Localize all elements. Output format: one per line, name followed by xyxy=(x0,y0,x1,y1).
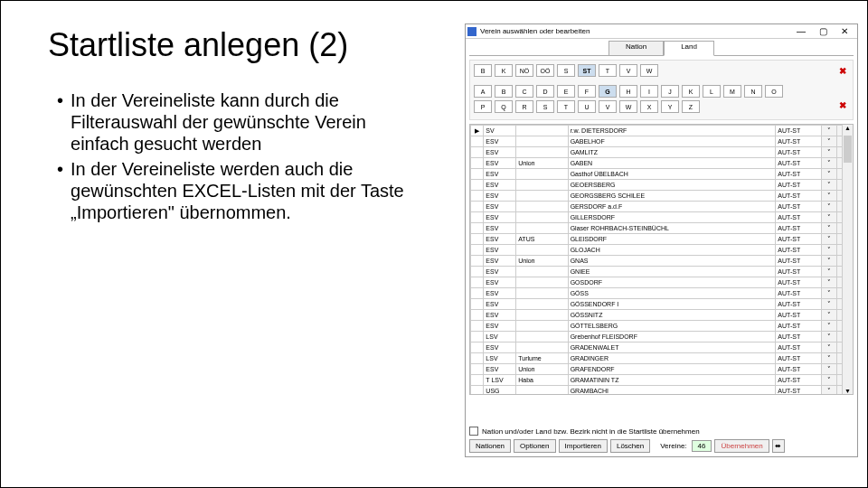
dropdown-cell-icon[interactable]: ˅ xyxy=(821,288,836,299)
scroll-up-icon[interactable]: ▲ xyxy=(843,125,853,131)
dropdown-cell-icon[interactable]: ˅ xyxy=(821,158,836,169)
land-filter-W[interactable]: W xyxy=(640,64,658,77)
delete-button[interactable]: Löschen xyxy=(610,439,650,453)
alpha-filter-Z[interactable]: Z xyxy=(682,100,700,113)
dropdown-cell-icon[interactable]: ˅ xyxy=(821,299,836,310)
alpha-filter-K[interactable]: K xyxy=(682,85,700,98)
dropdown-cell-icon[interactable]: ˅ xyxy=(821,136,836,147)
alpha-filter-I[interactable]: I xyxy=(640,85,658,98)
alpha-filter-W[interactable]: W xyxy=(619,100,637,113)
alpha-filter-B[interactable]: B xyxy=(495,85,513,98)
land-filter-V[interactable]: V xyxy=(619,64,637,77)
dropdown-cell-icon[interactable]: ˅ xyxy=(821,191,836,202)
scroll-down-icon[interactable]: ▼ xyxy=(843,388,853,394)
dropdown-cell-icon[interactable]: ˅ xyxy=(821,202,836,212)
club-row[interactable]: ESVGÖSSENDORF IAUT-ST˅▼ xyxy=(471,299,853,310)
dropdown-cell-icon[interactable]: ˅ xyxy=(821,332,836,343)
club-row[interactable]: ESVGILLERSDORFAUT-ST˅▲ xyxy=(471,212,853,223)
club-row[interactable]: LSVGrebenhof FLEISDORFAUT-ST˅■ xyxy=(471,332,853,343)
dropdown-cell-icon[interactable]: ˅ xyxy=(821,375,836,386)
dropdown-cell-icon[interactable]: ˅ xyxy=(821,180,836,191)
minimize-button[interactable]: — xyxy=(790,26,812,36)
club-row[interactable]: ESVATUSGLEISDORFAUT-ST˅▲ xyxy=(471,234,853,245)
alpha-filter-L[interactable]: L xyxy=(703,85,721,98)
tab-land[interactable]: Land xyxy=(664,41,714,56)
dropdown-cell-icon[interactable]: ˅ xyxy=(821,353,836,364)
club-row[interactable]: USGGRAMBACHIAUT-ST˅▼ xyxy=(471,386,853,396)
dropdown-cell-icon[interactable]: ˅ xyxy=(821,364,836,375)
maximize-button[interactable]: ▢ xyxy=(812,26,834,36)
alpha-filter-G[interactable]: G xyxy=(599,85,617,98)
club-row[interactable]: ESVGABELHOFAUT-ST˅▲ xyxy=(471,136,853,147)
land-filter-OÖ[interactable]: OÖ xyxy=(536,64,554,77)
land-filter-ST[interactable]: ST xyxy=(578,64,596,77)
alpha-filter-Q[interactable]: Q xyxy=(495,100,513,113)
exclude-checkbox[interactable] xyxy=(469,427,478,436)
club-row[interactable]: ESVUnionGABENAUT-ST˅▼ xyxy=(471,158,853,169)
alpha-filter-X[interactable]: X xyxy=(640,100,658,113)
dropdown-cell-icon[interactable]: ˅ xyxy=(821,267,836,277)
dropdown-cell-icon[interactable]: ˅ xyxy=(821,147,836,158)
club-grid[interactable]: ▶SVr.w. DIETERSDORFAUT-ST˅▲ESVGABELHOFAU… xyxy=(469,124,854,395)
alpha-filter-H[interactable]: H xyxy=(619,85,637,98)
nations-button[interactable]: Nationen xyxy=(469,439,511,453)
alpha-filter-N[interactable]: N xyxy=(744,85,762,98)
alpha-filter-O[interactable]: O xyxy=(765,85,783,98)
dropdown-cell-icon[interactable]: ˅ xyxy=(821,234,836,245)
scrollbar[interactable]: ▲ ▼ xyxy=(842,125,853,394)
land-filter-B[interactable]: B xyxy=(474,64,492,77)
clear-land-filter-icon[interactable]: ✖ xyxy=(836,64,849,77)
club-row[interactable]: LSVTurlumeGRADINGERAUT-ST˅■ xyxy=(471,353,853,364)
dropdown-cell-icon[interactable]: ˅ xyxy=(821,321,836,332)
close-window-button[interactable]: ✕ xyxy=(834,26,855,36)
alpha-filter-A[interactable]: A xyxy=(474,85,492,98)
dropdown-cell-icon[interactable]: ˅ xyxy=(821,310,836,321)
club-row[interactable]: ESVGasthof ÜBELBACHAUT-ST˅▼ xyxy=(471,169,853,180)
dropdown-cell-icon[interactable]: ˅ xyxy=(821,256,836,267)
alpha-filter-S[interactable]: S xyxy=(536,100,554,113)
alpha-filter-J[interactable]: J xyxy=(661,85,679,98)
import-button[interactable]: Importieren xyxy=(559,439,608,453)
alpha-filter-Y[interactable]: Y xyxy=(661,100,679,113)
club-row[interactable]: ESVGAMLITZAUT-ST˅▼ xyxy=(471,147,853,158)
alpha-filter-C[interactable]: C xyxy=(515,85,533,98)
alpha-filter-R[interactable]: R xyxy=(515,100,533,113)
alpha-filter-P[interactable]: P xyxy=(474,100,492,113)
club-row[interactable]: ESVGEORGSBERG SCHILEEAUT-ST˅▼ xyxy=(471,191,853,202)
dropdown-cell-icon[interactable]: ˅ xyxy=(821,126,836,136)
alpha-filter-M[interactable]: M xyxy=(723,85,741,98)
club-row[interactable]: ESVGLOJACHAUT-ST˅▲ xyxy=(471,245,853,256)
club-row[interactable]: ESVGERSDORF a.d.FAUT-ST˅▼ xyxy=(471,202,853,212)
alpha-filter-V[interactable]: V xyxy=(599,100,617,113)
take-button[interactable]: Übernehmen xyxy=(714,439,769,453)
alpha-filter-U[interactable]: U xyxy=(578,100,596,113)
alpha-filter-D[interactable]: D xyxy=(536,85,554,98)
club-row[interactable]: ESVGEOERSBERGAUT-ST˅▼ xyxy=(471,180,853,191)
alpha-filter-F[interactable]: F xyxy=(578,85,596,98)
alpha-filter-E[interactable]: E xyxy=(557,85,575,98)
land-filter-K[interactable]: K xyxy=(495,64,513,77)
club-row[interactable]: ESVUnionGNASAUT-ST˅▲ xyxy=(471,256,853,267)
club-row[interactable]: ESVGÖSSNITZAUT-ST˅▼ xyxy=(471,310,853,321)
club-row[interactable]: ESVGNIEEAUT-ST˅▼ xyxy=(471,267,853,277)
club-row[interactable]: ESVUnionGRAFENDORFAUT-ST˅■ xyxy=(471,364,853,375)
tab-nation[interactable]: Nation xyxy=(609,41,664,56)
dropdown-cell-icon[interactable]: ˅ xyxy=(821,169,836,180)
dropdown-cell-icon[interactable]: ˅ xyxy=(821,386,836,396)
club-row[interactable]: ESVGÖTTELSBERGAUT-ST˅■ xyxy=(471,321,853,332)
land-filter-S[interactable]: S xyxy=(557,64,575,77)
club-row[interactable]: T LSVHabaGRAMATININ TZAUT-ST˅■ xyxy=(471,375,853,386)
dropdown-cell-icon[interactable]: ˅ xyxy=(821,277,836,288)
clear-alpha-filter-icon[interactable]: ✖ xyxy=(836,99,849,111)
close-dialog-button[interactable]: ⬌ xyxy=(772,439,785,453)
scroll-thumb[interactable] xyxy=(844,136,852,163)
options-button[interactable]: Optionen xyxy=(514,439,555,453)
land-filter-NÖ[interactable]: NÖ xyxy=(515,64,533,77)
club-row[interactable]: ESVGOSDORFAUT-ST˅▼ xyxy=(471,277,853,288)
dropdown-cell-icon[interactable]: ˅ xyxy=(821,343,836,353)
club-row[interactable]: ▶SVr.w. DIETERSDORFAUT-ST˅▲ xyxy=(471,126,853,136)
club-row[interactable]: ESVGÖSSAUT-ST˅▼ xyxy=(471,288,853,299)
dropdown-cell-icon[interactable]: ˅ xyxy=(821,245,836,256)
land-filter-T[interactable]: T xyxy=(599,64,617,77)
dropdown-cell-icon[interactable]: ˅ xyxy=(821,223,836,234)
